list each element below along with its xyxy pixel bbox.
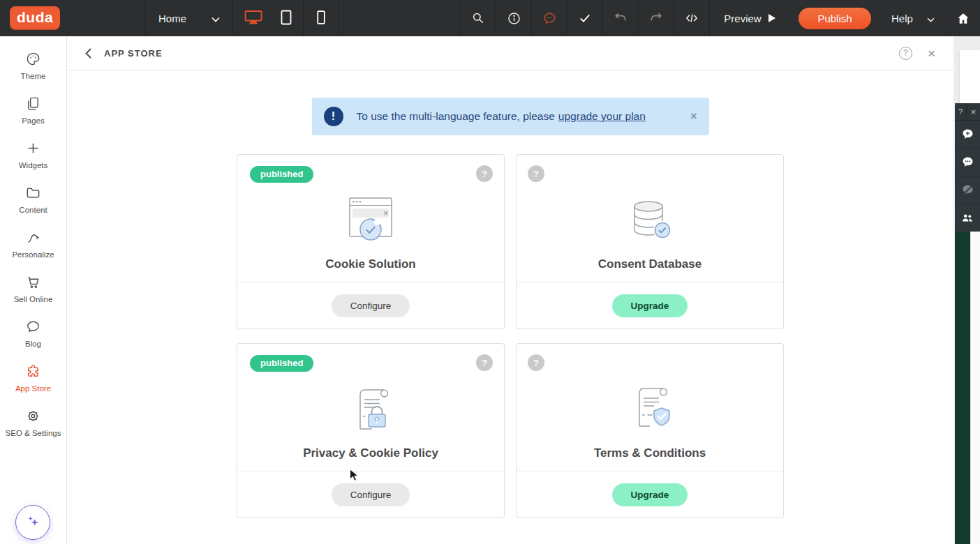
sidebar-item-label: SEO & Settings [6, 429, 61, 437]
palette-icon [25, 51, 41, 68]
panel-close-icon[interactable]: × [928, 47, 935, 60]
app-card-consent-database: ? Consent Database Upgrade [516, 154, 784, 329]
logo-container: duda [0, 0, 145, 36]
tablet-icon[interactable] [281, 10, 292, 27]
undo-icon[interactable] [603, 0, 638, 36]
sidebar-item-label: Personalize [12, 250, 54, 259]
preview-label: Preview [724, 13, 761, 24]
sidebar-item-theme[interactable]: Theme [0, 43, 66, 88]
sidebar-item-sell-online[interactable]: Sell Online [0, 266, 66, 311]
site-preview-edge [955, 232, 970, 544]
card-footer: Upgrade [517, 282, 783, 328]
info-icon[interactable] [496, 0, 531, 36]
editor-sidebar: Theme Pages Widgets Content Personalize … [0, 36, 67, 544]
page-selector-dropdown[interactable]: Home [146, 0, 232, 36]
sidebar-item-content[interactable]: Content [0, 177, 66, 222]
upgrade-button[interactable]: Upgrade [612, 294, 688, 317]
right-side-rail: ? × [953, 36, 980, 544]
mobile-icon[interactable] [317, 10, 325, 27]
configure-button[interactable]: Configure [332, 294, 410, 317]
card-help-icon[interactable]: ? [476, 165, 493, 182]
sidebar-item-label: Theme [21, 72, 46, 80]
app-card-terms-conditions: ? Terms & Conditions Upgra [516, 343, 784, 518]
card-title: Terms & Conditions [517, 446, 783, 460]
app-card-grid: published ? Cookie Solution [237, 154, 784, 518]
card-body: published ? Cookie Solution [237, 155, 504, 282]
sidebar-item-widgets[interactable]: Widgets [0, 133, 66, 177]
configure-button[interactable]: Configure [332, 483, 410, 506]
cart-icon [25, 274, 41, 292]
database-check-icon [517, 195, 783, 245]
card-title: Privacy & Cookie Policy [237, 446, 504, 460]
chevron-down-icon [211, 13, 220, 24]
published-badge: published [250, 166, 313, 183]
add-comment-icon[interactable] [955, 120, 980, 148]
folder-icon [25, 185, 41, 202]
upgrade-banner: ! To use the multi-language feature, ple… [312, 98, 709, 135]
card-title: Consent Database [517, 257, 783, 271]
ai-assistant-button[interactable] [15, 505, 50, 540]
rail-help-icon[interactable]: ? [955, 103, 966, 120]
app-card-privacy-cookie-policy: published ? Privacy & Cooki [237, 343, 505, 518]
card-body: ? Terms & Conditions [517, 344, 783, 471]
check-icon[interactable] [567, 0, 602, 36]
card-body: ? Consent Database [517, 155, 783, 282]
card-help-icon[interactable]: ? [476, 354, 493, 371]
document-lock-icon [237, 384, 504, 436]
gear-icon [25, 408, 41, 425]
play-icon [769, 13, 775, 24]
puzzle-icon [25, 363, 41, 381]
help-label: Help [891, 13, 913, 24]
top-toolbar: duda Home Preview [0, 0, 980, 36]
duda-logo[interactable]: duda [10, 6, 60, 30]
sidebar-item-label: Widgets [19, 161, 48, 169]
sparkles-icon [24, 512, 42, 533]
collaboration-panel: ? × [955, 103, 980, 232]
collaborators-icon[interactable] [955, 204, 980, 232]
squiggle-arrow-icon [25, 229, 41, 247]
banner-text: To use the multi-language feature, pleas… [357, 110, 555, 123]
redo-icon[interactable] [639, 0, 674, 36]
sidebar-item-pages[interactable]: Pages [0, 88, 66, 133]
published-badge: published [250, 355, 313, 372]
sidebar-item-label: Pages [22, 116, 45, 125]
dashboard-home-icon[interactable] [946, 0, 980, 36]
search-icon[interactable] [461, 0, 496, 36]
device-switcher [233, 0, 303, 36]
app-store-header: APP STORE ? × [67, 36, 953, 70]
sidebar-item-personalize[interactable]: Personalize [0, 222, 66, 266]
mobile-switcher [304, 0, 339, 36]
card-footer: Upgrade [517, 471, 783, 517]
feedback-chat-icon[interactable] [532, 0, 567, 36]
help-dropdown[interactable]: Help [880, 0, 946, 36]
panel-help-icon[interactable]: ? [899, 47, 912, 60]
document-shield-icon [517, 384, 783, 436]
code-icon[interactable] [674, 0, 709, 36]
preview-button[interactable]: Preview [710, 0, 789, 36]
sidebar-item-blog[interactable]: Blog [0, 311, 66, 356]
hide-comments-icon[interactable] [955, 176, 980, 204]
rail-close-icon[interactable]: × [966, 103, 980, 120]
card-body: published ? Privacy & Cooki [237, 344, 504, 471]
publish-container: Publish [789, 0, 880, 36]
collaboration-panel-header: ? × [955, 103, 980, 120]
upgrade-plan-link[interactable]: upgrade your plan [558, 110, 646, 123]
sidebar-item-app-store[interactable]: App Store [0, 356, 66, 400]
page-title: APP STORE [104, 48, 163, 59]
plus-icon [25, 140, 41, 158]
sidebar-item-seo-settings[interactable]: SEO & Settings [0, 400, 66, 445]
desktop-icon[interactable] [244, 10, 262, 27]
chevron-down-icon [927, 13, 935, 24]
banner-close-icon[interactable]: × [690, 110, 697, 123]
scrollbar-track[interactable] [970, 232, 980, 544]
card-footer: Configure [237, 471, 504, 517]
back-icon[interactable] [85, 48, 91, 59]
sidebar-item-label: Content [19, 206, 47, 214]
speech-bubble-icon [25, 319, 41, 336]
comments-icon[interactable] [955, 148, 980, 176]
card-title: Cookie Solution [237, 257, 504, 271]
card-help-icon[interactable]: ? [528, 165, 544, 182]
publish-button[interactable]: Publish [799, 8, 870, 29]
card-help-icon[interactable]: ? [528, 354, 544, 371]
upgrade-button[interactable]: Upgrade [612, 483, 688, 506]
